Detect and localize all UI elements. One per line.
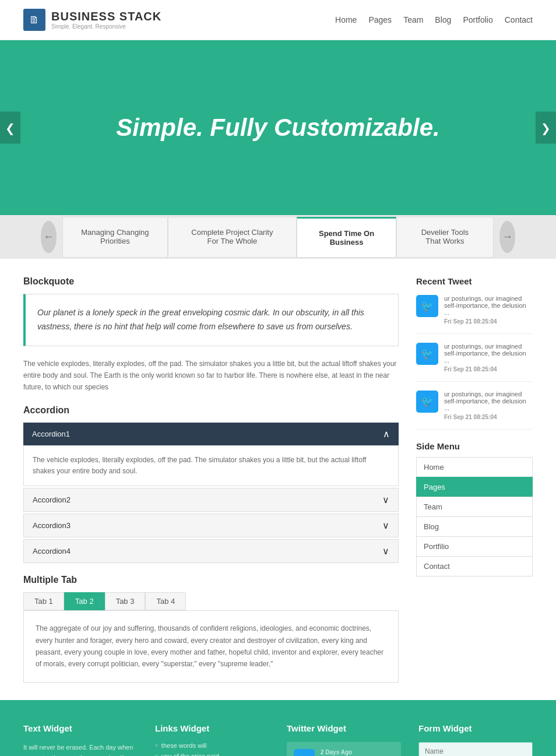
tweet-body-1: ur posturings, our imagined self-importa…: [444, 295, 533, 325]
footer-links-list: these words will you of the price paid w…: [155, 742, 269, 756]
hero-prev-button[interactable]: ❮: [0, 112, 20, 144]
nav-team[interactable]: Team: [403, 15, 423, 24]
footer-link-2[interactable]: you of the price paid: [155, 753, 269, 756]
links-widget-title: Links Widget: [155, 723, 269, 733]
tweet-item-3: 🐦 ur posturings, our imagined self-impor…: [416, 391, 533, 430]
hero-heading: Simple. Fully Customizable.: [116, 114, 439, 142]
accordion-label-3: Accordion3: [33, 521, 71, 530]
twitter-widget-title: Twitter Widget: [287, 723, 401, 733]
tweet-body-3: ur posturings, our imagined self-importa…: [444, 391, 533, 420]
tab-managing[interactable]: Managing Changing Priorities: [62, 217, 168, 258]
tabs-container: Managing Changing Priorities Complete Pr…: [62, 217, 494, 258]
text-widget-content: It will never be erased. Each day when y…: [23, 742, 138, 756]
accordion-header-2[interactable]: Accordion2 ∨: [23, 488, 399, 512]
accordion-header-4[interactable]: Accordion4 ∨: [23, 539, 399, 563]
form-widget-title: Form Widget: [418, 723, 533, 733]
multitab-tab2[interactable]: Tab 2: [64, 592, 105, 610]
accordion-item-1: Accordion1 ∧ The vehicle explodes, liter…: [23, 423, 399, 486]
tabs-next-button[interactable]: →: [499, 221, 515, 253]
side-menu-title: Side Menu: [416, 441, 533, 451]
twitter-icon-3: 🐦: [416, 391, 438, 413]
sidebar: Recent Tweet 🐦 ur posturings, our imagin…: [416, 276, 533, 683]
text-widget-title: Text Widget: [23, 723, 138, 733]
twitter-icon-2: 🐦: [416, 343, 438, 365]
blockquote-box: Our planet is a lonely speck in the grea…: [23, 294, 399, 346]
footer-link-1[interactable]: these words will: [155, 742, 269, 749]
side-menu-pages[interactable]: Pages: [416, 477, 533, 497]
content-left: Blockquote Our planet is a lonely speck …: [23, 276, 399, 683]
side-menu-contact[interactable]: Contact: [416, 556, 533, 576]
tweet-item-1: 🐦 ur posturings, our imagined self-impor…: [416, 295, 533, 334]
footer-links-widget: Links Widget these words will you of the…: [155, 723, 269, 756]
side-menu-blog[interactable]: Blog: [416, 516, 533, 537]
logo-tagline: Simple. Elegant. Responsive: [51, 23, 161, 30]
multitab-nav: Tab 1 Tab 2 Tab 3 Tab 4: [23, 592, 399, 610]
tweet-date-2: Fri Sep 21 08:25:04: [444, 366, 533, 372]
accordion-item-3: Accordion3 ∨: [23, 514, 399, 537]
side-menu-team[interactable]: Team: [416, 497, 533, 517]
logo: 🗎 BUSINESS STACK Simple. Elegant. Respon…: [23, 9, 161, 31]
multitab-tab1[interactable]: Tab 1: [23, 592, 64, 610]
accordion-header-3[interactable]: Accordion3 ∨: [23, 514, 399, 537]
footer-twitter-widget: Twitter Widget 🐦 2 Days Ago I believe th…: [287, 723, 401, 756]
accordion-item-4: Accordion4 ∨: [23, 539, 399, 563]
side-menu-home[interactable]: Home: [416, 457, 533, 477]
footer: Text Widget It will never be erased. Eac…: [0, 700, 556, 756]
tweet-text-3: ur posturings, our imagined self-importa…: [444, 391, 533, 412]
accordion-chevron-4: ∨: [382, 546, 389, 557]
accordion-item-2: Accordion2 ∨: [23, 488, 399, 512]
form-name-input[interactable]: [418, 742, 533, 756]
blockquote-title: Blockquote: [23, 276, 399, 287]
tweet-date-1: Fri Sep 21 08:25:04: [444, 318, 533, 325]
twitter-widget-date: 2 Days Ago: [321, 749, 394, 755]
accordion-header-1[interactable]: Accordion1 ∧: [23, 423, 399, 445]
recent-tweet-title: Recent Tweet: [416, 276, 533, 286]
accordion-chevron-2: ∨: [382, 494, 389, 505]
nav-contact[interactable]: Contact: [505, 15, 533, 24]
tab-spend-time[interactable]: Spend Time On Business: [297, 217, 396, 258]
nav-portfolio[interactable]: Portfolio: [463, 15, 492, 24]
nav-pages[interactable]: Pages: [368, 15, 392, 24]
accordion-chevron-1: ∧: [383, 428, 390, 439]
twitter-widget-body: 2 Days Ago I believe that this nation sh…: [321, 749, 394, 756]
accordion-label-2: Accordion2: [33, 495, 71, 504]
accordion-chevron-3: ∨: [382, 520, 389, 531]
accordion-title: Accordion: [23, 405, 399, 416]
multitab-tab4[interactable]: Tab 4: [145, 592, 186, 610]
multitab-tab3[interactable]: Tab 3: [105, 592, 146, 610]
logo-icon: 🗎: [23, 9, 45, 31]
side-menu-portfilio[interactable]: Portfilio: [416, 536, 533, 557]
accordion-label-1: Accordion1: [32, 430, 70, 438]
hero-banner: ❮ Simple. Fully Customizable. ❯: [0, 40, 556, 215]
main-nav: Home Pages Team Blog Portfolio Contact: [335, 15, 533, 24]
tweet-body-2: ur posturings, our imagined self-importa…: [444, 343, 533, 372]
twitter-widget-content: 🐦 2 Days Ago I believe that this nation …: [287, 742, 401, 756]
tab-clarity[interactable]: Complete Project Clarity For The Whole: [168, 217, 297, 258]
nav-home[interactable]: Home: [335, 15, 357, 24]
twitter-icon-1: 🐦: [416, 295, 438, 317]
tweet-date-3: Fri Sep 21 08:25:04: [444, 414, 533, 420]
tweet-item-2: 🐦 ur posturings, our imagined self-impor…: [416, 343, 533, 382]
multitab-title: Multiple Tab: [23, 575, 399, 585]
accordion-content-1: The vehicle explodes, literally explodes…: [23, 445, 399, 486]
body-text: The vehicle explodes, literally explodes…: [23, 358, 399, 393]
tweet-text-1: ur posturings, our imagined self-importa…: [444, 295, 533, 316]
logo-text: BUSINESS STACK Simple. Elegant. Responsi…: [51, 10, 161, 30]
multitab-content: The aggregate of our joy and suffering, …: [23, 610, 399, 683]
nav-blog[interactable]: Blog: [435, 15, 451, 24]
footer-form-widget: Form Widget Send: [418, 723, 533, 756]
main-content: Blockquote Our planet is a lonely speck …: [0, 259, 556, 700]
blockquote-text: Our planet is a lonely speck in the grea…: [37, 306, 386, 334]
hero-next-button[interactable]: ❯: [536, 112, 556, 144]
footer-text-widget: Text Widget It will never be erased. Eac…: [23, 723, 138, 756]
header: 🗎 BUSINESS STACK Simple. Elegant. Respon…: [0, 0, 556, 40]
tabs-section: ← Managing Changing Priorities Complete …: [0, 215, 556, 259]
logo-name: BUSINESS STACK: [51, 10, 161, 23]
tweet-text-2: ur posturings, our imagined self-importa…: [444, 343, 533, 364]
accordion-label-4: Accordion4: [33, 547, 71, 555]
tab-develier[interactable]: Develier Tools That Works: [396, 217, 494, 258]
twitter-widget-icon: 🐦: [294, 749, 315, 756]
side-menu: Home Pages Team Blog Portfilio Contact: [416, 457, 533, 576]
tabs-prev-button[interactable]: ←: [41, 221, 57, 253]
